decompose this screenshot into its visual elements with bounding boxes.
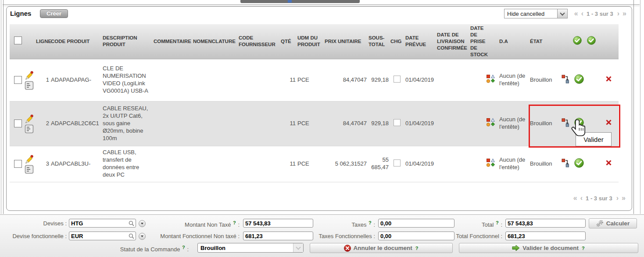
search-icon[interactable] (129, 233, 134, 239)
edit-pencil-icon[interactable] (24, 154, 34, 165)
help-icon[interactable]: ? (182, 245, 186, 250)
devise-fonctionnelle-input[interactable] (69, 232, 136, 240)
first-page-button[interactable]: « (574, 10, 577, 17)
devises-input[interactable] (69, 219, 136, 228)
first-page-button[interactable]: « (573, 195, 576, 202)
lignes-panel: Lignes Créer Hide cancelled « ‹ 1 - 3 su… (6, 6, 632, 211)
validate-line-icon[interactable] (574, 158, 584, 168)
forward-arrow-icon (512, 245, 520, 251)
cell-sous-total: 55 685,47 (368, 146, 390, 182)
cell-code-produit: ADAPCABL2C6C1 (50, 101, 102, 146)
valider-label: Valider le document (522, 245, 579, 251)
delete-line-icon[interactable] (605, 159, 612, 167)
delete-line-icon[interactable] (605, 119, 612, 126)
help-icon[interactable]: ? (233, 220, 236, 225)
total-label: Total ? : (439, 220, 502, 228)
devise-fonctionnelle-lookup (69, 232, 136, 240)
cell-nomenclature (192, 101, 238, 146)
cell-code-fournisseur (238, 101, 280, 146)
statut-commande-value: Brouillon (198, 245, 293, 251)
convert-icon[interactable] (562, 159, 570, 167)
cell-etat: Brouillon (529, 59, 560, 101)
validate-all-icon-2[interactable] (587, 36, 596, 45)
help-icon[interactable]: ? (581, 246, 585, 251)
prev-page-button[interactable]: ‹ (581, 10, 583, 17)
divider-line (3, 4, 640, 5)
montant-fonctionnel-input[interactable] (243, 232, 313, 240)
cell-date-livraison (436, 146, 469, 182)
cell-sous-total: 929,18 (368, 59, 390, 101)
cell-date-prise-stock (469, 146, 483, 182)
valider-document-button[interactable]: Valider le document ? (459, 243, 638, 253)
delete-line-icon[interactable] (605, 75, 612, 83)
row-checkbox[interactable] (14, 119, 22, 127)
cell-qte: 11 (280, 59, 297, 101)
calculator-gears-icon (596, 220, 604, 227)
cell-etat: Brouillon (529, 146, 560, 182)
col-udm-du-produit: UDM DU PRODUIT (297, 24, 324, 59)
edit-pencil-icon[interactable] (24, 70, 34, 81)
help-icon[interactable]: ? (415, 246, 419, 251)
last-page-button[interactable]: » (622, 195, 625, 202)
chg-checkbox[interactable] (394, 159, 401, 167)
cell-prix-unitaire: 84,47047 (324, 59, 368, 101)
convert-icon[interactable] (562, 118, 570, 127)
total-fonctionnel-input[interactable] (505, 232, 586, 240)
row-checkbox[interactable] (14, 76, 22, 84)
row-checkbox[interactable] (14, 160, 22, 168)
col-ligne: LIGNE (35, 24, 50, 59)
help-icon[interactable]: ? (368, 220, 372, 225)
taxes-label: Taxes ? : (307, 220, 375, 228)
dispatch-shapes-icon[interactable] (486, 118, 495, 127)
cell-nomenclature (192, 146, 238, 182)
montant-non-taxe-label: Montant Non Taxé ? : (145, 220, 240, 228)
cell-date-livraison (436, 101, 469, 146)
cursor-hand-icon (571, 119, 587, 139)
container-border (640, 0, 640, 214)
cell-ligne: 3 (35, 146, 50, 182)
note-icon[interactable] (25, 81, 34, 90)
next-page-button[interactable]: › (617, 10, 619, 17)
devise-fonctionnelle-label: Devise fonctionnelle : (0, 233, 67, 239)
montant-non-taxe-input[interactable] (243, 219, 313, 228)
cropped-toolbar-icon (288, 0, 292, 3)
dispatch-shapes-icon[interactable] (486, 158, 495, 167)
convert-icon[interactable] (562, 75, 570, 83)
cell-date-livraison (436, 59, 469, 101)
help-icon[interactable]: ? (495, 220, 499, 225)
cell-sous-total: 929,18 (368, 101, 390, 146)
prev-page-button[interactable]: ‹ (580, 195, 582, 202)
cell-udm: PCE (297, 101, 324, 146)
cell-etat: Brouillon (529, 101, 560, 146)
note-icon[interactable] (25, 165, 34, 174)
validate-line-icon[interactable] (574, 74, 584, 84)
col-date-livraison: DATE DE LIVRAISON CONFIRMÉE (436, 24, 469, 59)
next-page-button[interactable]: › (616, 195, 618, 202)
edit-pencil-icon[interactable] (24, 114, 34, 124)
create-button[interactable]: Créer (40, 9, 68, 18)
panel-title: Lignes (10, 10, 31, 17)
search-icon[interactable] (129, 221, 134, 226)
cell-nomenclature (192, 59, 238, 101)
chg-checkbox[interactable] (394, 119, 401, 126)
cell-commentaire (150, 101, 192, 146)
total-input[interactable] (505, 219, 586, 228)
dispatch-shapes-icon[interactable] (486, 74, 495, 83)
note-icon[interactable] (25, 124, 34, 134)
statut-commande-select[interactable]: Brouillon (197, 243, 304, 253)
calculer-button[interactable]: Calculer (589, 218, 637, 228)
hide-cancelled-select[interactable]: Hide cancelled (504, 9, 568, 18)
annuler-document-button[interactable]: Annuler le document ? (310, 243, 453, 253)
cropped-toolbar-button[interactable] (240, 0, 360, 3)
col-code-fournisseur: CODE FOURNISSEUR (238, 24, 280, 59)
montant-fonctionnel-label: Montant Fonctionnel Non taxé : (145, 233, 240, 239)
col-qte: QTÉ (280, 24, 297, 59)
select-all-checkbox[interactable] (14, 36, 22, 44)
cell-date-prevue: 01/04/2019 (404, 59, 436, 101)
cell-description: CLE DE NUMERISATION VIDEO (LogiLink VG00… (102, 59, 150, 101)
select-dropdown-button[interactable] (557, 9, 567, 18)
chg-checkbox[interactable] (394, 76, 401, 83)
validate-all-icon[interactable] (573, 36, 582, 45)
col-date-prevue: DATE PRÉVUE (404, 24, 436, 59)
last-page-button[interactable]: » (623, 10, 626, 17)
